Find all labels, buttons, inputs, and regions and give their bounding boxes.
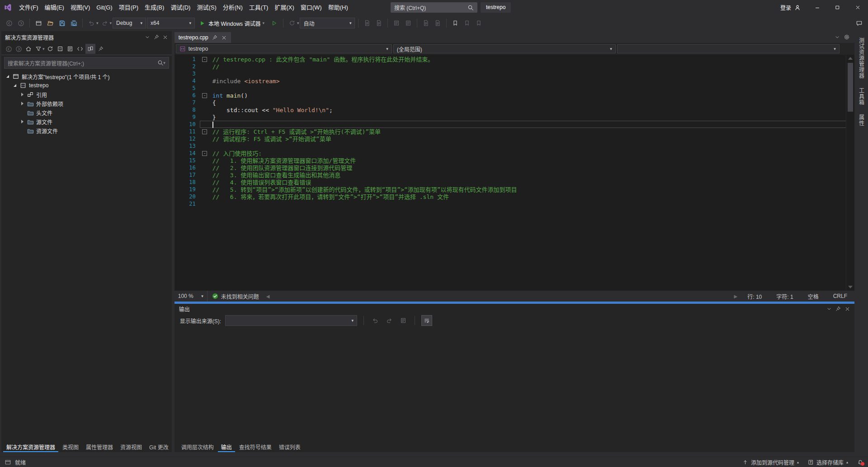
send-feedback-button[interactable] — [854, 18, 864, 28]
editor-options-icon[interactable] — [844, 34, 850, 40]
watch-mode-combo[interactable]: 自动▾ — [300, 18, 355, 28]
background-tasks-icon[interactable] — [5, 459, 11, 466]
close-button[interactable] — [848, 0, 868, 15]
se-home-button[interactable] — [24, 44, 33, 53]
hot-reload-dropdown[interactable]: ▾ — [297, 21, 299, 25]
nav-project-combo[interactable]: ++ testrepo ▾ — [176, 44, 392, 53]
tree-item[interactable]: 解决方案"testrepo"(1 个项目/共 1 个) — [1, 72, 172, 81]
tree-expander[interactable] — [4, 75, 11, 78]
undo-dropdown[interactable]: ▾ — [96, 21, 99, 25]
menu-item[interactable]: 分析(N) — [220, 0, 246, 15]
open-file-button[interactable] — [45, 18, 56, 28]
hot-reload-button[interactable] — [287, 18, 297, 28]
fold-collapse-icon[interactable]: - — [202, 151, 207, 156]
select-repository-button[interactable]: 选择存储库 ▴ — [808, 458, 848, 466]
output-position-button[interactable] — [825, 304, 834, 313]
output-clear-all-button[interactable] — [398, 316, 408, 325]
fold-marker[interactable]: - — [200, 150, 209, 156]
menu-item[interactable]: 帮助(H) — [325, 0, 351, 15]
nav-member-combo[interactable]: ▾ — [617, 44, 840, 53]
document-health-indicator[interactable]: 未找到相关问题 — [207, 291, 264, 302]
pin-tab-icon[interactable] — [212, 35, 217, 40]
left-dock-tab[interactable]: 资源视图 — [117, 442, 145, 452]
panel-position-button[interactable] — [143, 33, 152, 42]
navigate-forward-button[interactable] — [15, 18, 26, 28]
close-tab-icon[interactable] — [221, 35, 227, 41]
document-tab[interactable]: testrepo.cpp — [175, 32, 231, 43]
output-find-prev-button[interactable] — [370, 316, 380, 325]
se-filter-button[interactable] — [34, 44, 43, 53]
editor-vertical-scrollbar[interactable] — [846, 55, 854, 291]
scroll-left-arrow[interactable]: ◀ — [266, 294, 270, 299]
output-pin-button[interactable] — [834, 304, 843, 313]
left-dock-tab[interactable]: 解决方案资源管理器 — [3, 442, 58, 452]
output-find-next-button[interactable] — [384, 316, 394, 325]
se-pin-tool-button[interactable] — [96, 44, 105, 53]
undo-button[interactable] — [86, 18, 97, 28]
sign-in-button[interactable]: 登录 — [774, 4, 807, 11]
solution-configuration-combo[interactable]: Debug▾ — [113, 18, 146, 28]
solution-explorer-header[interactable]: 解决方案资源管理器 — [1, 31, 172, 43]
fold-marker[interactable]: - — [200, 128, 209, 135]
se-sync-button[interactable] — [46, 44, 55, 53]
menu-item[interactable]: 测试(S) — [193, 0, 219, 15]
redo-dropdown[interactable]: ▾ — [110, 21, 112, 25]
add-to-source-control-button[interactable]: 添加到源代码管理 ▴ — [742, 458, 799, 466]
char-indicator[interactable]: 字符: 1 — [769, 291, 800, 302]
output-word-wrap-button[interactable] — [421, 315, 432, 326]
uncomment-button[interactable] — [432, 18, 443, 28]
se-forward-button[interactable] — [14, 44, 23, 53]
se-show-all-files-button[interactable] — [85, 44, 95, 54]
bottom-dock-tab[interactable]: 调用层次结构 — [178, 442, 217, 452]
maximize-button[interactable] — [827, 0, 848, 15]
menu-item[interactable]: 生成(B) — [142, 0, 167, 15]
tree-item[interactable]: 源文件 — [1, 117, 172, 126]
output-source-combo[interactable]: ▾ — [225, 315, 357, 326]
indent-button[interactable] — [391, 18, 402, 28]
breakpoints-button[interactable] — [362, 18, 373, 28]
scroll-right-arrow[interactable]: ▶ — [734, 294, 738, 299]
panel-pin-button[interactable] — [152, 33, 161, 42]
nav-scope-combo[interactable]: (全局范围)▾ — [393, 44, 616, 53]
comment-button[interactable] — [420, 18, 431, 28]
document-list-dropdown-icon[interactable] — [835, 34, 840, 40]
menu-item[interactable]: 工具(T) — [246, 0, 272, 15]
left-dock-tab[interactable]: Git 更改 — [146, 442, 172, 452]
se-back-button[interactable] — [4, 44, 13, 53]
quick-search-box[interactable]: 搜索 (Ctrl+Q) — [391, 2, 477, 13]
solution-explorer-search-box[interactable]: 搜索解决方案资源管理器(Ctrl+;) ▾ — [4, 57, 169, 69]
fold-marker[interactable]: - — [200, 92, 209, 99]
redo-button[interactable] — [99, 18, 110, 28]
start-debugging-button[interactable]: 本地 Windows 调试器 ▾ — [196, 19, 268, 27]
toggle-bookmark-button[interactable] — [450, 18, 461, 28]
tree-item[interactable]: 引用 — [1, 90, 172, 99]
menu-item[interactable]: 窗口(W) — [297, 0, 325, 15]
bottom-dock-tab[interactable]: 查找符号结果 — [236, 442, 275, 452]
tree-expander[interactable] — [19, 102, 26, 105]
output-content[interactable] — [175, 327, 854, 442]
menu-item[interactable]: 编辑(E) — [42, 0, 67, 15]
tree-expander[interactable] — [19, 93, 26, 96]
right-auto-hide-tab[interactable]: 工具箱 — [858, 88, 865, 105]
panel-close-button[interactable] — [161, 33, 170, 42]
save-all-button[interactable] — [68, 18, 79, 28]
output-panel-header[interactable]: 输出 — [175, 304, 854, 314]
fold-marker[interactable]: - — [200, 56, 209, 62]
save-button[interactable] — [57, 18, 67, 28]
fold-collapse-icon[interactable]: - — [202, 129, 207, 134]
solution-platform-combo[interactable]: x64▾ — [147, 18, 195, 28]
minimize-button[interactable] — [807, 0, 827, 15]
menu-item[interactable]: 视图(V) — [67, 0, 93, 15]
output-close-button[interactable] — [843, 304, 852, 313]
tree-expander[interactable] — [19, 120, 26, 123]
scroll-down-arrow[interactable] — [848, 286, 853, 288]
fold-collapse-icon[interactable]: - — [202, 57, 207, 62]
zoom-combo[interactable]: 100 %▾ — [175, 291, 207, 302]
scroll-up-arrow[interactable] — [848, 57, 853, 60]
next-bookmark-button[interactable] — [473, 18, 484, 28]
line-indicator[interactable]: 行: 10 — [740, 291, 769, 302]
outdent-button[interactable] — [403, 18, 414, 28]
menu-item[interactable]: Git(G) — [93, 0, 115, 15]
bottom-dock-tab[interactable]: 输出 — [218, 442, 235, 452]
menu-item[interactable]: 项目(P) — [116, 0, 142, 15]
